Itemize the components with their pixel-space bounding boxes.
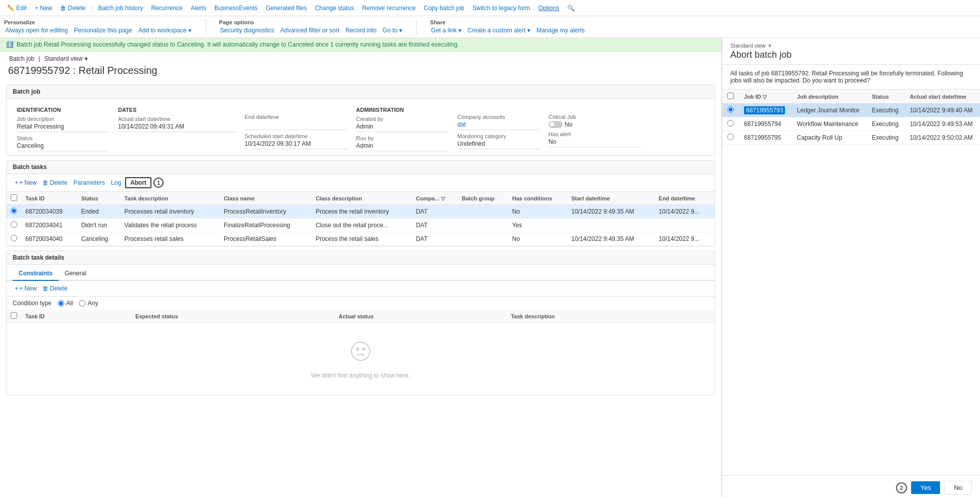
abort-row-radio-cell xyxy=(722,117,739,131)
task-row-radio[interactable] xyxy=(11,235,17,241)
get-link[interactable]: Get a link ▾ xyxy=(430,26,462,34)
tasks-toolbar: + + New 🗑 Delete Parameters Log Abort 1 xyxy=(7,174,715,192)
edit-button[interactable]: ✏️ Edit xyxy=(4,3,30,13)
critical-job-toggle[interactable] xyxy=(548,121,563,128)
personalize-page[interactable]: Personalize this page xyxy=(73,26,133,34)
tasks-col-task-desc: Task description xyxy=(121,192,220,205)
condition-all-label[interactable]: All xyxy=(58,300,73,307)
tasks-delete-button[interactable]: 🗑 Delete xyxy=(41,178,69,187)
tasks-new-button[interactable]: + + New xyxy=(13,178,38,187)
batch-tasks-header[interactable]: Batch tasks xyxy=(7,160,715,174)
constraints-select-all[interactable] xyxy=(11,312,17,319)
abort-table-row[interactable]: 68719955795 Capacity Roll Up Executing 1… xyxy=(722,131,980,145)
change-status-button[interactable]: Change status xyxy=(312,3,357,13)
breadcrumb: Batch job | Standard view ▾ xyxy=(0,52,721,63)
constraints-delete-button[interactable]: 🗑 Delete xyxy=(41,284,69,293)
batch-job-section-header[interactable]: Batch job xyxy=(7,85,715,99)
switch-legacy-button[interactable]: Switch to legacy form xyxy=(469,3,533,13)
condition-any-radio[interactable] xyxy=(79,300,86,307)
new-button[interactable]: + New xyxy=(32,3,55,13)
run-by-label: Run by xyxy=(356,135,449,141)
abort-view-chevron[interactable]: ∨ xyxy=(768,42,772,49)
task-row-radio[interactable] xyxy=(11,208,17,214)
footer-badge: 2 xyxy=(896,482,907,493)
left-panel: ℹ️ Batch job Retail Processing successfu… xyxy=(0,38,722,497)
batch-task-details-header[interactable]: Batch task details xyxy=(7,251,715,265)
abort-col-check xyxy=(722,90,739,104)
task-batch-group-cell xyxy=(458,232,508,246)
abort-actual-start-cell: 10/14/2022 9:49:53 AM xyxy=(905,117,980,131)
tasks-abort-button[interactable]: Abort xyxy=(125,177,151,188)
info-icon: ℹ️ xyxy=(6,41,14,48)
security-diagnostics[interactable]: Security diagnostics xyxy=(219,26,276,34)
abort-row-radio[interactable] xyxy=(727,120,734,127)
breadcrumb-standard-view[interactable]: Standard view ▾ xyxy=(43,55,88,63)
abort-row-radio[interactable] xyxy=(727,106,734,113)
tasks-new-label: + New xyxy=(19,179,36,186)
task-start-cell xyxy=(567,219,655,232)
tasks-parameters-button[interactable]: Parameters xyxy=(71,178,107,187)
switch-legacy-label: Switch to legacy form xyxy=(473,5,530,12)
dates-group: DATES Actual start date/time 10/14/2022 … xyxy=(114,103,241,153)
abort-dialog-footer: 2 Yes No xyxy=(722,475,980,497)
add-workspace[interactable]: Add to workspace ▾ xyxy=(137,26,192,34)
abort-select-all[interactable] xyxy=(727,93,734,99)
abort-job-id-cell: 68719955793 xyxy=(739,104,792,117)
table-row[interactable]: 68720034039 Ended Processes retail inven… xyxy=(7,205,715,219)
svg-point-2 xyxy=(362,348,365,351)
no-button[interactable]: No xyxy=(944,481,972,494)
tasks-log-button[interactable]: Log xyxy=(109,178,123,187)
abort-table-row[interactable]: 68719955794 Workflow Maintenance Executi… xyxy=(722,117,980,131)
dropdown-divider-1 xyxy=(206,19,206,34)
search-button[interactable]: 🔍 xyxy=(564,3,578,13)
personalize-group: Personalize Always open for editing Pers… xyxy=(4,19,192,34)
critical-job-label: Critical Job xyxy=(548,114,642,120)
divider-1 xyxy=(92,4,92,13)
generated-files-button[interactable]: Generated files xyxy=(263,3,310,13)
abort-row-radio[interactable] xyxy=(727,134,734,140)
yes-button[interactable]: Yes xyxy=(911,481,940,494)
job-description-value: Retail Processing xyxy=(17,123,110,132)
delete-button[interactable]: 🗑 Delete xyxy=(57,3,89,13)
empty-state: We didn't find anything to show here. xyxy=(7,323,715,395)
table-row[interactable]: 68720034041 Didn't run Validates the ret… xyxy=(7,219,715,232)
main-layout: ℹ️ Batch job Retail Processing successfu… xyxy=(0,38,980,497)
condition-any-label[interactable]: Any xyxy=(79,300,98,307)
always-open-editing[interactable]: Always open for editing xyxy=(4,26,69,34)
task-has-conditions-cell: Yes xyxy=(508,219,567,232)
tasks-delete-label: Delete xyxy=(50,179,67,186)
record-info[interactable]: Record info xyxy=(344,26,377,34)
monitoring-label: Monitoring category xyxy=(457,133,540,139)
task-id-cell: 68720034039 xyxy=(21,205,77,219)
advanced-filter[interactable]: Advanced filter or sort xyxy=(279,26,340,34)
remove-recurrence-button[interactable]: Remove recurrence xyxy=(359,3,418,13)
breadcrumb-batch-job[interactable]: Batch job xyxy=(8,55,35,63)
abort-view-label: Standard view ∨ xyxy=(730,42,972,49)
tasks-col-class-name: Class name xyxy=(220,192,312,205)
copy-batch-job-button[interactable]: Copy batch job xyxy=(421,3,467,13)
task-row-radio[interactable] xyxy=(11,221,17,228)
alerts-button[interactable]: Alerts xyxy=(187,3,209,13)
end-date-group: End date/time Scheduled start date/time … xyxy=(241,103,352,153)
recurrence-button[interactable]: Recurrence xyxy=(148,3,185,13)
batch-job-section: Batch job IDENTIFICATION Job description… xyxy=(6,85,715,156)
job-description-label: Job description xyxy=(17,116,110,122)
tasks-select-all[interactable] xyxy=(11,194,17,201)
batch-job-history-button[interactable]: Batch job history xyxy=(95,3,146,13)
abort-table-row[interactable]: 68719955793 Ledger Journal Monitor Execu… xyxy=(722,104,980,117)
options-button[interactable]: Options xyxy=(535,3,562,13)
business-events-button[interactable]: BusinessEvents xyxy=(211,3,260,13)
tasks-col-class-desc: Class description xyxy=(311,192,412,205)
manage-alerts[interactable]: Manage my alerts xyxy=(535,26,585,34)
empty-icon xyxy=(348,339,373,368)
constraints-new-button[interactable]: + + New xyxy=(13,284,38,293)
company-accounts-value[interactable]: dat xyxy=(457,121,540,130)
condition-all-radio[interactable] xyxy=(58,300,64,307)
tab-constraints[interactable]: Constraints xyxy=(13,267,59,281)
task-start-cell: 10/14/2022 9:49:35 AM xyxy=(567,205,655,219)
tasks-col-end: End date/time xyxy=(655,192,715,205)
create-alert[interactable]: Create a custom alert ▾ xyxy=(466,26,531,34)
go-to[interactable]: Go to ▾ xyxy=(381,26,403,34)
table-row[interactable]: 68720034040 Canceling Processes retail s… xyxy=(7,232,715,246)
tab-general[interactable]: General xyxy=(59,267,93,281)
